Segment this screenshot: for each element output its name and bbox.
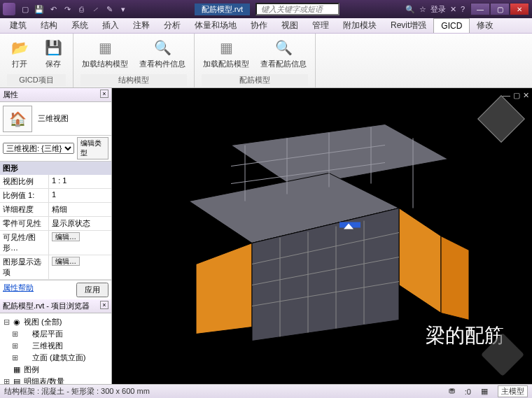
exchange-icon[interactable]: ✕ xyxy=(450,5,456,14)
prop-key: 图形显示选项 xyxy=(0,255,49,279)
prop-value[interactable]: 显示原状态 xyxy=(49,217,111,230)
tab-annotate[interactable]: 注释 xyxy=(126,17,157,34)
project-browser[interactable]: ⊟◉视图 (全部)⊞楼层平面⊞三维视图⊞立面 (建筑立面)▦图例⊞▤明细表/数量… xyxy=(0,313,111,384)
edit-type-button[interactable]: 编辑类型 xyxy=(77,137,108,159)
qat-measure-icon[interactable]: ⟋ xyxy=(90,3,101,15)
property-row[interactable]: 图形显示选项编辑… xyxy=(0,255,111,280)
prop-value[interactable]: 1 : 1 xyxy=(49,175,111,188)
app-logo-icon[interactable] xyxy=(3,3,15,15)
qat-redo-icon[interactable]: ↷ xyxy=(62,3,73,15)
qat-sync-icon[interactable]: ✎ xyxy=(104,3,115,15)
properties-help-link[interactable]: 属性帮助 xyxy=(3,283,34,297)
vp-close-icon[interactable]: ✕ xyxy=(523,91,529,100)
properties-title: 属性 xyxy=(3,90,18,100)
quick-access-toolbar: ▢ 💾 ↶ ↷ ⎙ ⟋ ✎ ▾ xyxy=(20,3,129,15)
prop-key: 详细程度 xyxy=(0,203,49,216)
qat-open-icon[interactable]: ▢ xyxy=(20,3,31,15)
view-selector[interactable]: 三维视图: {三维} xyxy=(3,143,74,154)
prop-key: 可见性/图形… xyxy=(0,231,49,255)
tree-item[interactable]: ▦图例 xyxy=(3,364,108,376)
property-row[interactable]: 视图比例1 : 1 xyxy=(0,175,111,189)
tree-item[interactable]: ⊞楼层平面 xyxy=(3,328,108,340)
property-row[interactable]: 可见性/图形…编辑… xyxy=(0,231,111,255)
ribbon-label: 加载配筋模型 xyxy=(203,59,249,69)
search-input[interactable] xyxy=(255,3,340,15)
prop-key: 视图比例 xyxy=(0,175,49,188)
status-selection: 结构框架 : 混凝土 - 矩形梁 : 300 x 600 mm xyxy=(4,386,150,397)
tab-addins[interactable]: 附加模块 xyxy=(336,17,384,34)
ribbon-button[interactable]: 🔍查看构件信息 xyxy=(138,36,187,71)
tab-view[interactable]: 视图 xyxy=(274,17,305,34)
qat-dropdown-icon[interactable]: ▾ xyxy=(118,3,129,15)
status-filter-icon[interactable]: ⛃ xyxy=(449,387,455,396)
ribbon-group: 📂打开💾保存GICD项目 xyxy=(0,34,74,87)
prop-value[interactable]: 精细 xyxy=(49,203,111,216)
close-button[interactable]: ✕ xyxy=(510,3,529,15)
tree-item[interactable]: ⊟◉视图 (全部) xyxy=(3,316,108,328)
tree-item[interactable]: ⊞立面 (建筑立面) xyxy=(3,352,108,364)
browser-header: 配筋模型.rvt - 项目浏览器 × xyxy=(0,299,111,313)
tree-twisty-icon[interactable]: ⊞ xyxy=(11,329,18,339)
search-go-icon[interactable]: 🔍 xyxy=(405,5,415,14)
tab-modify[interactable]: 修改 xyxy=(470,17,500,34)
prop-value[interactable]: 1 xyxy=(49,189,111,202)
tab-systems[interactable]: 系统 xyxy=(64,17,95,34)
left-panel: 属性 × 🏠 三维视图 三维视图: {三维} 编辑类型 图形 视图比例1 : 1… xyxy=(0,88,112,384)
tab-insert[interactable]: 插入 xyxy=(95,17,126,34)
properties-footer: 属性帮助 应用 xyxy=(0,280,111,299)
status-bar: 结构框架 : 混凝土 - 矩形梁 : 300 x 600 mm ⛃ :0 ▦ 主… xyxy=(0,384,532,398)
prop-value[interactable]: 编辑… xyxy=(49,231,111,255)
property-row[interactable]: 比例值 1:1 xyxy=(0,189,111,203)
prop-key: 比例值 1: xyxy=(0,189,49,202)
ribbon-button[interactable]: ▦加载配筋模型 xyxy=(202,36,251,71)
tree-twisty-icon[interactable]: ⊞ xyxy=(11,353,18,362)
apply-button[interactable]: 应用 xyxy=(76,283,108,297)
status-count: :0 xyxy=(465,388,471,396)
window-controls: — ▢ ✕ xyxy=(470,3,529,15)
prop-value[interactable]: 编辑… xyxy=(49,255,111,279)
ribbon-button[interactable]: ▦加载结构模型 xyxy=(80,36,130,71)
help-icon[interactable]: ? xyxy=(461,5,465,13)
tab-structure[interactable]: 结构 xyxy=(34,17,64,34)
ribbon-group: ▦加载结构模型🔍查看构件信息结构模型 xyxy=(74,34,195,87)
tree-label: 楼层平面 xyxy=(32,329,63,339)
vp-maximize-icon[interactable]: ▢ xyxy=(513,91,520,100)
qat-print-icon[interactable]: ⎙ xyxy=(76,3,87,15)
ribbon-label: 加载结构模型 xyxy=(82,59,128,69)
status-model-selector[interactable]: 主模型 xyxy=(498,385,528,397)
minimize-button[interactable]: — xyxy=(470,3,490,15)
svg-marker-5 xyxy=(196,243,252,334)
ribbon-button[interactable]: 🔍查看配筋信息 xyxy=(259,36,308,71)
ribbon-tabs: 建筑 结构 系统 插入 注释 分析 体量和场地 协作 视图 管理 附加模块 Re… xyxy=(0,18,532,34)
qat-save-icon[interactable]: 💾 xyxy=(34,3,45,15)
tab-gicd[interactable]: GICD xyxy=(433,18,470,33)
property-row[interactable]: 详细程度精细 xyxy=(0,203,111,217)
tab-architecture[interactable]: 建筑 xyxy=(3,17,34,34)
qat-undo-icon[interactable]: ↶ xyxy=(48,3,59,15)
tree-twisty-icon[interactable]: ⊞ xyxy=(3,377,10,384)
tree-label: 立面 (建筑立面) xyxy=(32,353,85,363)
tree-item[interactable]: ⊞▤明细表/数量 xyxy=(3,376,108,384)
ribbon-icon: 📂 xyxy=(8,38,31,57)
tab-analyze[interactable]: 分析 xyxy=(157,17,188,34)
maximize-button[interactable]: ▢ xyxy=(490,3,510,15)
login-link[interactable]: 登录 xyxy=(430,4,446,15)
viewport-3d[interactable]: — ▢ ✕ xyxy=(112,88,532,384)
ribbon-button[interactable]: 📂打开 xyxy=(7,36,32,71)
tab-collaborate[interactable]: 协作 xyxy=(244,17,274,34)
property-row[interactable]: 零件可见性显示原状态 xyxy=(0,217,111,231)
tab-manage[interactable]: 管理 xyxy=(305,17,336,34)
browser-close-icon[interactable]: × xyxy=(100,301,108,309)
viewport-controls: — ▢ ✕ xyxy=(503,91,529,100)
properties-preview[interactable]: 🏠 三维视图 xyxy=(0,102,111,136)
tree-item[interactable]: ⊞三维视图 xyxy=(3,340,108,352)
tab-revit-enhance[interactable]: Revit增强 xyxy=(384,17,433,34)
status-workset-icon[interactable]: ▦ xyxy=(481,387,488,396)
ribbon-button[interactable]: 💾保存 xyxy=(41,36,66,71)
subscription-icon[interactable]: ☆ xyxy=(419,5,426,14)
tree-twisty-icon[interactable]: ⊞ xyxy=(11,341,18,350)
tab-massing[interactable]: 体量和场地 xyxy=(188,17,244,34)
building-model[interactable] xyxy=(147,116,497,342)
tree-twisty-icon[interactable]: ⊟ xyxy=(3,318,10,327)
properties-close-icon[interactable]: × xyxy=(100,90,108,98)
